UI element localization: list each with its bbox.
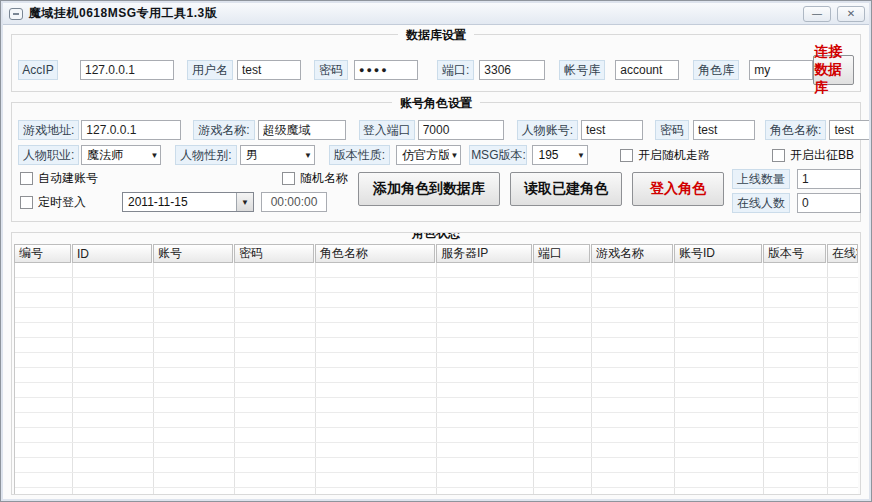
table-cell xyxy=(15,473,73,487)
table-cell xyxy=(316,353,437,367)
table-cell xyxy=(675,323,764,337)
column-header[interactable]: 账号ID xyxy=(674,244,762,263)
char-class-select[interactable]: 魔法师 ▼ xyxy=(81,145,161,165)
random-walk-checkbox[interactable] xyxy=(620,149,633,162)
table-row xyxy=(15,488,858,494)
column-header[interactable]: 角色名称 xyxy=(315,244,435,263)
game-addr-input[interactable] xyxy=(81,120,181,140)
table-cell xyxy=(675,473,764,487)
add-role-button[interactable]: 添加角色到数据库 xyxy=(358,172,500,206)
column-header[interactable]: 游戏名称 xyxy=(591,244,673,263)
table-row xyxy=(15,443,858,458)
minimize-button[interactable]: — xyxy=(803,6,831,22)
table-cell xyxy=(316,458,437,472)
table-cell xyxy=(764,323,828,337)
db-password-input[interactable] xyxy=(354,60,418,80)
battle-pet-label: 开启出征BB xyxy=(790,147,854,164)
table-cell xyxy=(15,353,73,367)
game-name-input[interactable] xyxy=(258,120,346,140)
column-header[interactable]: ID xyxy=(72,244,152,263)
battle-pet-checkbox[interactable] xyxy=(772,149,785,162)
column-header[interactable]: 服务器IP xyxy=(436,244,532,263)
table-cell xyxy=(764,293,828,307)
online-count-input[interactable] xyxy=(797,169,861,189)
table-cell xyxy=(437,293,534,307)
window-title: 魔域挂机0618MSG专用工具1.3版 xyxy=(29,5,217,22)
table-cell xyxy=(534,323,592,337)
online-players-input[interactable] xyxy=(797,193,861,213)
auto-create-checkbox[interactable] xyxy=(20,172,33,185)
role-status-group: 角色状态 编号ID账号密码角色名称服务器IP端口游戏名称账号ID版本号在线状态 xyxy=(11,232,861,495)
gender-select[interactable]: 男 ▼ xyxy=(240,145,315,165)
login-time-input[interactable] xyxy=(261,192,327,212)
role-db-input[interactable] xyxy=(749,60,813,80)
table-cell xyxy=(235,458,316,472)
table-cell xyxy=(534,293,592,307)
table-cell xyxy=(764,353,828,367)
table-cell xyxy=(534,383,592,397)
accip-input[interactable] xyxy=(80,60,174,80)
table-cell xyxy=(154,278,235,292)
table-cell xyxy=(675,443,764,457)
table-cell xyxy=(154,263,235,277)
table-cell xyxy=(675,428,764,442)
db-port-label: 端口: xyxy=(437,60,474,80)
table-cell xyxy=(235,308,316,322)
table-cell xyxy=(534,488,592,494)
login-port-input[interactable] xyxy=(418,120,504,140)
table-cell xyxy=(437,323,534,337)
random-name-checkbox[interactable] xyxy=(282,172,295,185)
char-password-input[interactable] xyxy=(693,120,755,140)
table-row xyxy=(15,263,858,278)
login-port-label: 登入端口 xyxy=(359,120,415,140)
table-cell xyxy=(828,458,858,472)
version-type-select[interactable]: 仿官方版本 ▼ xyxy=(396,145,461,165)
table-cell xyxy=(437,413,534,427)
table-cell xyxy=(154,413,235,427)
column-header[interactable]: 密码 xyxy=(234,244,314,263)
table-cell xyxy=(15,413,73,427)
column-header[interactable]: 端口 xyxy=(533,244,590,263)
db-port-input[interactable] xyxy=(479,60,545,80)
table-row xyxy=(15,368,858,383)
table-cell xyxy=(154,353,235,367)
login-role-button[interactable]: 登入角色 xyxy=(632,172,724,206)
titlebar: 魔域挂机0618MSG专用工具1.3版 — ✕ xyxy=(3,3,869,25)
table-cell xyxy=(534,398,592,412)
table-cell xyxy=(73,278,154,292)
table-cell xyxy=(534,368,592,382)
close-button[interactable]: ✕ xyxy=(837,6,865,22)
column-header[interactable]: 账号 xyxy=(153,244,233,263)
table-cell xyxy=(437,278,534,292)
read-roles-button[interactable]: 读取已建角色 xyxy=(510,172,622,206)
connect-database-button[interactable]: 连接数据库 xyxy=(813,55,854,85)
random-walk-label: 开启随机走路 xyxy=(638,147,710,164)
table-cell xyxy=(235,338,316,352)
msg-version-select[interactable]: 195 ▼ xyxy=(532,145,588,165)
table-row xyxy=(15,413,858,428)
random-name-label: 随机名称 xyxy=(300,170,348,187)
role-name-input[interactable] xyxy=(829,120,869,140)
table-cell xyxy=(828,443,858,457)
column-header[interactable]: 版本号 xyxy=(763,244,826,263)
table-cell xyxy=(235,413,316,427)
chevron-down-icon: ▼ xyxy=(304,151,312,160)
table-cell xyxy=(534,428,592,442)
column-header[interactable]: 编号 xyxy=(14,244,71,263)
db-username-input[interactable] xyxy=(237,60,301,80)
char-account-label: 人物账号: xyxy=(517,120,578,140)
char-account-input[interactable] xyxy=(581,120,643,140)
table-cell xyxy=(154,293,235,307)
game-name-label: 游戏名称: xyxy=(193,120,254,140)
table-cell xyxy=(235,263,316,277)
chevron-down-icon: ▼ xyxy=(236,193,253,211)
table-cell xyxy=(534,443,592,457)
table-cell xyxy=(235,428,316,442)
column-header[interactable]: 在线状态 xyxy=(827,244,858,263)
table-cell xyxy=(73,458,154,472)
login-date-select[interactable]: 2011-11-15 ▼ xyxy=(122,192,254,212)
database-settings-group: 数据库设置 AccIP 用户名 密码 端口: 帐号库 角色库 连接数据库 xyxy=(11,34,861,92)
timed-login-checkbox[interactable] xyxy=(20,196,33,209)
account-db-input[interactable] xyxy=(615,60,679,80)
app-icon[interactable] xyxy=(9,8,23,20)
